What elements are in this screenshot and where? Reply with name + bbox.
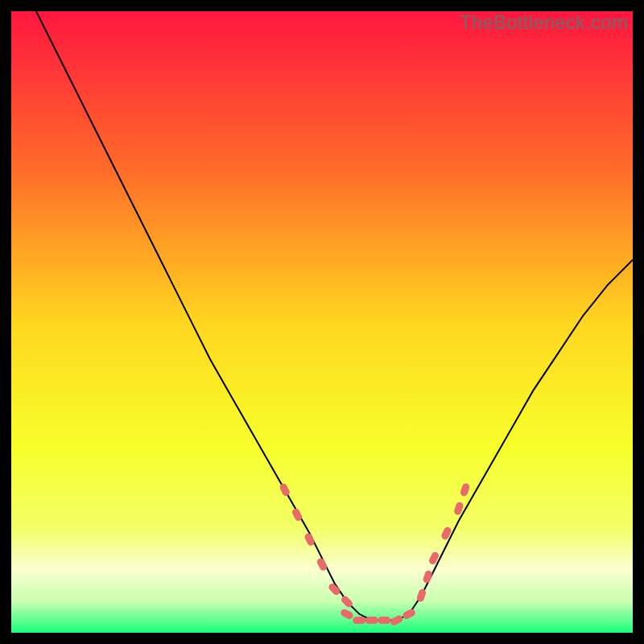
highlight-dash bbox=[365, 617, 378, 624]
watermark-text: TheBottleneck.com bbox=[460, 11, 628, 34]
chart-svg bbox=[11, 11, 633, 633]
highlight-dash bbox=[353, 617, 365, 624]
gradient-background bbox=[11, 11, 633, 633]
chart-frame: TheBottleneck.com bbox=[11, 11, 633, 633]
highlight-dash bbox=[378, 617, 390, 624]
